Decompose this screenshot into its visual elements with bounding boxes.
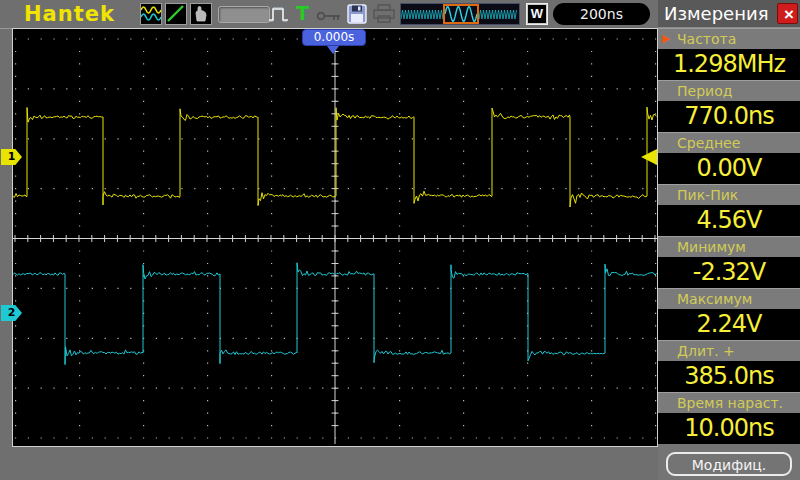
measurement-value-4: -2.32V	[658, 257, 800, 288]
trigger-position-tag[interactable]: 0.000s	[302, 29, 366, 46]
measurements-panel: Измерения × ▶Частота1.298MHzПериод770.0n…	[658, 0, 800, 480]
measurement-label-4[interactable]: Минимум	[658, 236, 800, 257]
close-icon[interactable]: ×	[777, 3, 798, 24]
selected-measurement-arrow-icon: ▶	[662, 29, 670, 49]
window-mode-button[interactable]: W	[526, 3, 548, 25]
measurement-name: Длит. +	[677, 343, 735, 359]
panel-header: Измерения ×	[658, 0, 800, 28]
hand-pan-icon-button[interactable]	[190, 3, 212, 25]
measurement-name: Пик-Пик	[677, 187, 738, 203]
measurement-name: Среднее	[677, 135, 740, 151]
timebase-readout[interactable]: 200ns	[553, 3, 650, 25]
brand-logo: Hantek	[24, 2, 115, 26]
save-button[interactable]	[346, 3, 368, 25]
measurement-value-6: 385.0ns	[658, 361, 800, 392]
measurement-value-1: 770.0ns	[658, 101, 800, 132]
trigger-position-arrow-icon	[327, 46, 339, 54]
measurement-value-3: 4.56V	[658, 205, 800, 236]
trigger-status-letter: T	[296, 2, 309, 24]
measurement-label-5[interactable]: Максимум	[658, 288, 800, 309]
measurement-name: Период	[677, 83, 732, 99]
measurement-label-6[interactable]: Длит. +	[658, 340, 800, 361]
measurement-value-2: 0.00V	[658, 153, 800, 184]
window-mode-letter: W	[528, 5, 546, 23]
channels-waveform-icon-button[interactable]	[140, 3, 162, 25]
measurement-value-5: 2.24V	[658, 309, 800, 340]
measurement-label-1[interactable]: Период	[658, 80, 800, 101]
modify-button[interactable]: Модифиц.	[666, 452, 792, 476]
measurement-label-7[interactable]: Время нараст.	[658, 392, 800, 413]
print-icon	[372, 4, 396, 28]
measurement-label-2[interactable]: Среднее	[658, 132, 800, 153]
measurement-list: ▶Частота1.298MHzПериод770.0nsСреднее0.00…	[658, 28, 800, 444]
diagonal-line-icon	[166, 4, 186, 24]
measurement-name: Минимум	[677, 239, 746, 255]
measurement-name: Максимум	[677, 291, 752, 307]
cursor-line-icon-button[interactable]	[165, 3, 187, 25]
measurement-name: Время нараст.	[677, 395, 783, 411]
hand-icon	[191, 4, 211, 24]
measurement-name: Частота	[677, 31, 736, 47]
channels-waveform-icon	[141, 4, 161, 24]
measurement-value-7: 10.00ns	[658, 413, 800, 444]
measurement-label-3[interactable]: Пик-Пик	[658, 184, 800, 205]
toolbar-empty-slot	[218, 6, 270, 23]
measurement-label-0[interactable]: ▶Частота	[658, 28, 800, 49]
measurement-value-0: 1.298MHz	[658, 49, 800, 80]
waveform-preview-strip[interactable]	[400, 3, 520, 25]
panel-title: Измерения	[664, 3, 768, 24]
floppy-save-icon	[346, 3, 368, 25]
lock-key-icon	[316, 8, 342, 27]
pulse-icon	[268, 4, 294, 28]
toolbar: Hantek T	[0, 0, 658, 29]
waveform-display[interactable]	[12, 28, 658, 447]
status-bar: DC 20 2.00V DC 20 2.00V CH1 0.00V 1.3000…	[0, 447, 658, 480]
